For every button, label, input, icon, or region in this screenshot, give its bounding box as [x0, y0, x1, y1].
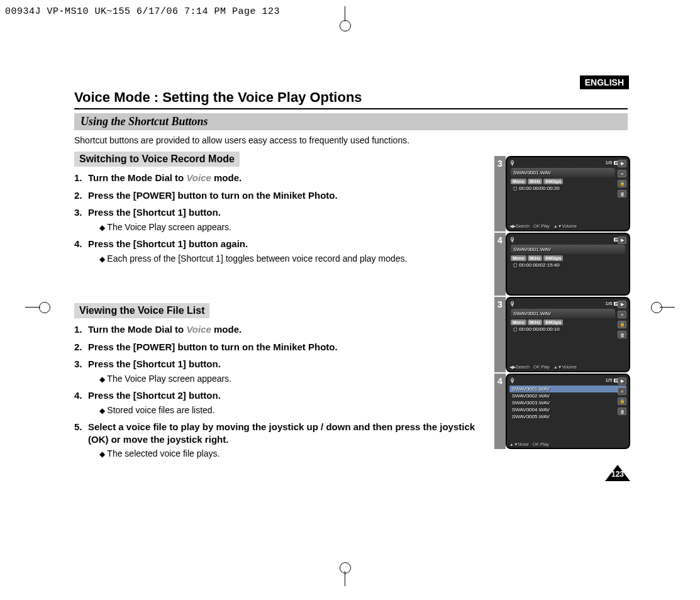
screen-top-bar: 🎙 IN ▭: [509, 236, 626, 243]
crop-mark-top-icon: [333, 11, 358, 36]
crop-mark-right-icon: [645, 296, 670, 321]
step-text: mode.: [211, 324, 242, 335]
tag-khz: 8KHz: [528, 319, 543, 325]
screen-row-1: 3 ▶ ≡ 🔒 🗑 🎙 1/6 IN ▭ SWAV0001.WAV Mono 8…: [494, 156, 630, 231]
hint-search: ◀▶Search: [509, 365, 530, 370]
screen-tags: Mono 8KHz 64Kbps: [511, 255, 625, 261]
screen-row-2: 4 ▶ 🎙 IN ▭ SWAV0001.WAV Mono 8KHz 64Kbps…: [494, 233, 630, 296]
title-underline: [74, 108, 628, 109]
intro-text: Shortcut buttons are provided to allow u…: [74, 135, 628, 145]
play-icon: ▶: [618, 301, 626, 308]
tag-mono: Mono: [511, 255, 526, 261]
file-list-item: SWAV0003.WAV: [509, 399, 626, 406]
tag-mono: Mono: [511, 319, 526, 325]
file-counter: 1/6: [605, 301, 612, 306]
screen-row-4: 4 ▶ ≡ 🔒 🗑 🎙 1/5 IN ▭ SWAV0001.WAV SWAV00…: [494, 374, 630, 449]
trash-icon: 🗑: [618, 190, 626, 197]
step-a-4-sub: Each press of the [Shortcut 1] toggles b…: [99, 253, 483, 265]
tag-mono: Mono: [511, 179, 526, 184]
step-text: Press the [Shortcut 2] button.: [88, 390, 221, 401]
step-text: Press the [Shortcut 1] button.: [88, 358, 221, 369]
screen-top-bar: 🎙 1/5 IN ▭: [509, 377, 626, 384]
play-icon: ▶: [618, 377, 626, 385]
mic-icon: 🎙: [509, 160, 516, 167]
file-counter: 1/5: [605, 377, 612, 383]
screen-step-number: 4: [494, 374, 506, 449]
screen-filename: SWAV0001.WAV: [511, 309, 615, 318]
screen-top-bar: 🎙 1/6 IN ▭: [509, 160, 626, 167]
timecode-value: 00:00:00/00:00:20: [519, 186, 560, 191]
step-a-3-sub: The Voice Play screen appears.: [99, 221, 483, 233]
step-b-4-sub: Stored voice files are listed.: [99, 404, 483, 416]
tag-kbps: 64Kbps: [543, 255, 563, 261]
screen-timecode: ◻ 00:00:00/00:00:20: [513, 186, 625, 191]
screen-side-icons: ▶ ≡ 🔒 🗑: [618, 160, 626, 197]
section-a-heading: Switching to Voice Record Mode: [74, 152, 240, 167]
page-number-badge: 123: [605, 465, 630, 481]
screen-side-icons: ▶ ≡ 🔒 🗑: [618, 377, 626, 415]
screen-hint-bar: ▲▼Move OK Play: [509, 442, 626, 447]
step-b-4: Press the [Shortcut 2] button. Stored vo…: [74, 389, 483, 416]
voice-word: Voice: [186, 172, 211, 183]
hint-move: ▲▼Move: [509, 442, 529, 447]
play-icon: ▶: [618, 160, 626, 167]
screen-step-number: 4: [494, 233, 506, 296]
hint-play: OK Play: [533, 224, 550, 229]
hint-volume: ▲▼Volume: [553, 224, 577, 229]
timecode-value: 00:00:00/00:00:10: [519, 326, 560, 332]
list-icon: ≡: [618, 311, 626, 318]
screen-filename: SWAV0001.WAV: [511, 245, 625, 254]
hint-search: ◀▶Search: [509, 224, 530, 229]
step-a-2: Press the [POWER] button to turn on the …: [74, 189, 483, 202]
screen-hint-bar: ◀▶Search OK Play ▲▼Volume: [509, 224, 626, 229]
step-a-4: Press the [Shortcut 1] button again. Eac…: [74, 238, 483, 264]
section-subtitle: Using the Shortcut Buttons: [74, 113, 628, 130]
lock-icon: 🔒: [618, 321, 626, 328]
screen-top-bar: 🎙 1/6 IN ▭: [509, 301, 626, 308]
language-badge: ENGLISH: [580, 75, 629, 89]
screen-tags: Mono 8KHz 64Kbps: [511, 179, 615, 184]
tag-khz: 8KHz: [528, 179, 543, 184]
step-b-1: Turn the Mode Dial to Voice mode.: [74, 323, 483, 336]
screen-2: ▶ 🎙 IN ▭ SWAV0001.WAV Mono 8KHz 64Kbps ◻…: [506, 233, 630, 296]
mic-icon: 🎙: [509, 301, 516, 308]
screen-timecode: ◻ 00:00:00/00:00:10: [513, 326, 625, 332]
hint-play: OK Play: [533, 442, 549, 447]
trash-icon: 🗑: [618, 331, 626, 338]
crop-marks-header: 00934J VP-MS10 UK~155 6/17/06 7:14 PM Pa…: [5, 6, 280, 17]
timecode-value: 00:00:00/02:15:40: [519, 262, 560, 268]
tag-kbps: 64Kbps: [543, 179, 563, 184]
trash-icon: 🗑: [618, 408, 626, 415]
screen-hint-bar: ◀▶Search OK Play ▲▼Volume: [509, 365, 626, 370]
page-title: Voice Mode : Setting the Voice Play Opti…: [74, 89, 628, 106]
steps-a-list: Turn the Mode Dial to Voice mode. Press …: [74, 172, 483, 264]
screen-step-number: 3: [494, 297, 506, 372]
step-text: Turn the Mode Dial to: [88, 324, 186, 335]
file-counter: 1/6: [605, 160, 612, 165]
step-b-2: Press the [POWER] button to turn on the …: [74, 341, 483, 353]
file-list-item: SWAV0005.WAV: [509, 413, 626, 420]
screen-1: ▶ ≡ 🔒 🗑 🎙 1/6 IN ▭ SWAV0001.WAV Mono 8KH…: [506, 156, 630, 231]
lock-icon: 🔒: [618, 180, 626, 187]
step-a-3: Press the [Shortcut 1] button. The Voice…: [74, 206, 483, 233]
hint-play: OK Play: [533, 365, 550, 370]
steps-b-list: Turn the Mode Dial to Voice mode. Press …: [74, 323, 483, 460]
mic-icon: 🎙: [509, 377, 516, 384]
screen-filename: SWAV0001.WAV: [511, 168, 615, 177]
step-text: Press the [Shortcut 1] button.: [88, 207, 221, 218]
list-icon: ≡: [618, 387, 626, 395]
step-text: Press the [Shortcut 1] button again.: [88, 238, 248, 249]
crop-mark-bottom-icon: [333, 561, 358, 586]
file-list-item: SWAV0002.WAV: [509, 392, 626, 399]
step-text: Select a voice file to play by moving th…: [88, 421, 475, 445]
screen-timecode: ◻ 00:00:00/02:15:40: [513, 262, 625, 268]
step-text: Turn the Mode Dial to: [88, 172, 186, 183]
screen-illustrations: 3 ▶ ≡ 🔒 🗑 🎙 1/6 IN ▭ SWAV0001.WAV Mono 8…: [494, 156, 630, 450]
step-b-5: Select a voice file to play by moving th…: [74, 421, 483, 460]
file-list-item: SWAV0004.WAV: [509, 406, 626, 413]
page-number: 123: [611, 470, 624, 479]
voice-word: Voice: [186, 324, 211, 335]
step-b-3: Press the [Shortcut 1] button. The Voice…: [74, 358, 483, 384]
crop-mark-left-icon: [30, 296, 55, 321]
tag-kbps: 64Kbps: [543, 319, 563, 325]
